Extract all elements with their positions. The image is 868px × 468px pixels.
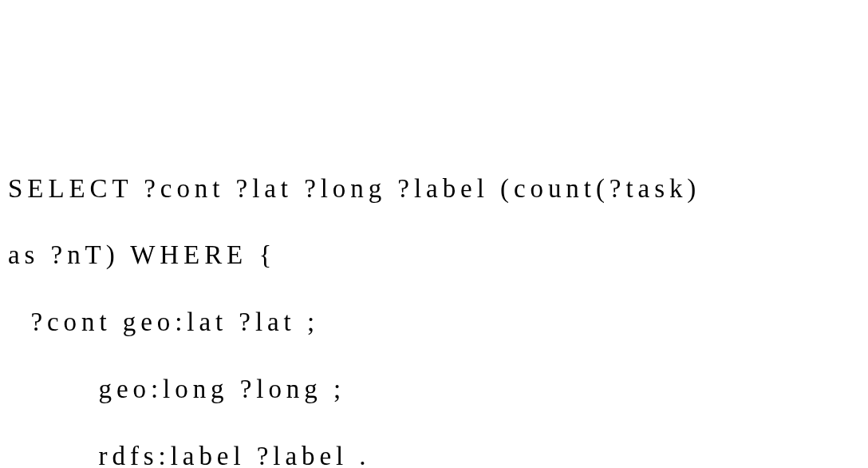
code-line: as ?nT) WHERE { [8,239,860,272]
code-line: rdfs:label ?label . [8,440,860,468]
code-line: ?cont geo:lat ?lat ; [8,306,860,339]
code-block: SELECT ?cont ?lat ?long ?label (count(?t… [8,139,860,468]
code-line: SELECT ?cont ?lat ?long ?label (count(?t… [8,173,860,206]
code-line: geo:long ?long ; [8,373,860,407]
